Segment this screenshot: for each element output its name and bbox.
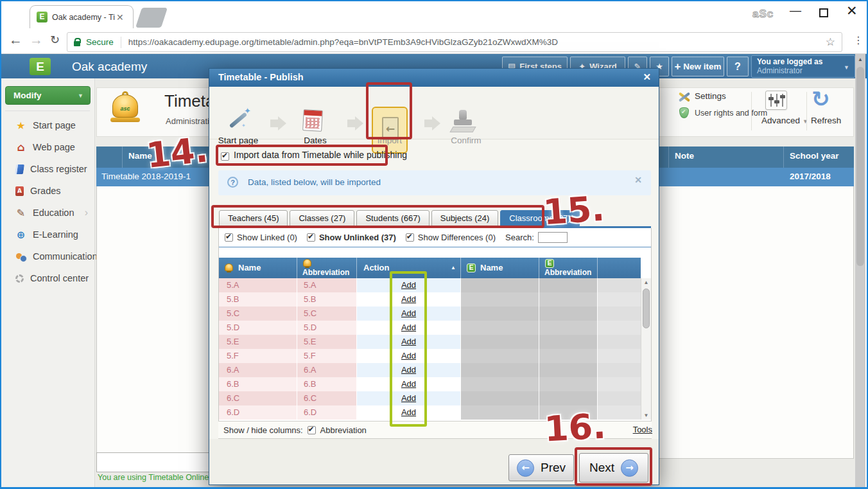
- forward-icon[interactable]: →: [30, 32, 43, 48]
- url-bar[interactable]: Secure https://oakacademy.edupage.org/ti…: [67, 32, 842, 52]
- column-note-header[interactable]: Note: [675, 151, 694, 161]
- minimize-button[interactable]: —: [786, 4, 805, 17]
- cell-edupage-name: [461, 321, 539, 335]
- chevron-right-icon: ›: [85, 251, 88, 262]
- sidebar-item-control-center[interactable]: Control center: [0, 267, 94, 289]
- tools-link[interactable]: Tools: [633, 425, 652, 434]
- sidebar-item-e-learning[interactable]: E-Learning: [0, 224, 94, 245]
- cell-abbreviation: 6.B: [297, 377, 357, 391]
- logged-role: Administrator: [757, 66, 849, 75]
- refresh-button[interactable]: Refresh: [811, 116, 841, 125]
- education-icon: [15, 208, 26, 218]
- grid-row-6-c: 6.C6.CAdd: [219, 391, 641, 405]
- cell-edupage-name: [461, 292, 539, 307]
- browser-menu-icon[interactable]: ⋮: [853, 34, 864, 46]
- step-arrow-icon: [347, 116, 364, 130]
- filter-show-differences-0[interactable]: Show Differences (0): [406, 233, 496, 242]
- grid-header-abbreviation[interactable]: Abbreviation: [297, 258, 357, 278]
- grid-header-name[interactable]: Name: [219, 258, 297, 278]
- cell-name: 5.F: [219, 349, 297, 363]
- dialog-close-icon[interactable]: ✕: [643, 71, 651, 83]
- url-text[interactable]: https://oakacademy.edupage.org/timetable…: [128, 37, 820, 47]
- info-text: Data, listed below, will be imported: [248, 177, 381, 187]
- step-dates[interactable]: Dates: [286, 136, 344, 145]
- cell-filler: [598, 377, 641, 391]
- maximize-button[interactable]: [819, 8, 828, 17]
- cell-edupage-abbreviation: [539, 292, 598, 307]
- sidebar-item-communication[interactable]: Communication›: [0, 245, 94, 267]
- back-icon[interactable]: ←: [9, 32, 22, 48]
- column-year-header[interactable]: School year: [790, 151, 839, 161]
- checkbox-icon[interactable]: [225, 233, 233, 242]
- sidebar-item-education[interactable]: Education›: [0, 202, 94, 224]
- checkbox-icon[interactable]: [406, 233, 414, 242]
- grid-rows: 5.A5.AAdd5.B5.BAdd5.C5.CAdd5.D5.DAdd5.E5…: [219, 278, 641, 420]
- grid-scrollbar[interactable]: ▲ ▼: [641, 278, 651, 420]
- window-close-button[interactable]: ✕: [846, 3, 858, 19]
- sidebar-item-class-register[interactable]: Class register: [0, 158, 94, 180]
- cell-abbreviation: 5.C: [297, 307, 357, 321]
- controlcenter-icon: [15, 274, 24, 283]
- modify-dropdown[interactable]: Modify▼: [5, 86, 91, 105]
- cell-edupage-name: [461, 349, 539, 363]
- annotation-15: 15.: [542, 188, 606, 233]
- edupage-icon: E: [545, 259, 554, 268]
- annotation-box-import-step: [366, 82, 412, 139]
- scroll-up-icon[interactable]: ▲: [641, 280, 651, 285]
- search-input[interactable]: [538, 232, 568, 243]
- bookmark-star-icon[interactable]: ☆: [826, 35, 835, 49]
- webpage-icon: [15, 142, 26, 153]
- columns-label: Show / hide columns:: [223, 425, 303, 435]
- help-button[interactable]: ?: [727, 57, 749, 76]
- reload-icon[interactable]: ↻: [50, 33, 60, 46]
- cell-edupage-name: [461, 391, 539, 405]
- abbreviation-checkbox[interactable]: [308, 426, 316, 434]
- cell-edupage-abbreviation: [539, 321, 598, 335]
- grid-row-5-f: 5.F5.FAdd: [219, 349, 641, 363]
- settings-button[interactable]: Settings: [695, 91, 726, 101]
- user-rights-button[interactable]: User rights and form: [695, 109, 767, 118]
- browser-tab[interactable]: E Oak academy - Timetable ✕: [30, 5, 134, 28]
- timetable-row-year: 2017/2018: [790, 172, 831, 181]
- secure-badge[interactable]: Secure: [86, 37, 114, 47]
- cell-filler: [598, 349, 641, 363]
- scroll-up-icon[interactable]: ▲: [855, 57, 865, 62]
- annotation-16: 16.: [543, 406, 607, 450]
- sidebar-item-start-page[interactable]: Start page: [0, 114, 94, 136]
- page-scrollbar[interactable]: ▲: [855, 54, 865, 487]
- cell-edupage-abbreviation: [539, 391, 598, 405]
- advanced-button[interactable]: Advanced: [761, 116, 800, 125]
- filter-row: Show Linked (0)Show Unlinked (37)Show Di…: [219, 228, 651, 247]
- cell-abbreviation: 6.C: [297, 391, 357, 405]
- prev-button[interactable]: ← Prev: [508, 454, 574, 481]
- school-name: Oak academy: [72, 60, 147, 74]
- scroll-down-icon[interactable]: ▼: [641, 413, 651, 418]
- grid-header-edupage-abbreviation[interactable]: EAbbreviation: [539, 258, 598, 278]
- annotation-14: 14.: [144, 129, 210, 176]
- sidebar-item-grades[interactable]: Grades: [0, 180, 94, 202]
- cell-edupage-name: [461, 335, 539, 349]
- cell-name: 6.D: [219, 405, 297, 420]
- grid-header-filler: [598, 258, 641, 278]
- grid-header-edupage-name[interactable]: EName: [461, 258, 539, 278]
- cell-name: 5.E: [219, 335, 297, 349]
- cell-name: 5.D: [219, 321, 297, 335]
- filter-show-unlinked-37[interactable]: Show Unlinked (37): [307, 233, 396, 242]
- scrollbar-thumb[interactable]: [643, 289, 650, 328]
- sidebar-item-label: Web page: [33, 142, 75, 152]
- tab-close-icon[interactable]: ✕: [116, 12, 124, 22]
- new-item-button[interactable]: +New item: [672, 57, 724, 76]
- sidebar-item-web-page[interactable]: Web page: [0, 136, 94, 158]
- filter-show-linked-0[interactable]: Show Linked (0): [225, 233, 297, 242]
- tab-ghost: [135, 8, 168, 28]
- checkbox-icon[interactable]: [307, 233, 315, 242]
- annotation-box-tabs: [211, 205, 544, 228]
- annotation-box-add-column: [390, 271, 427, 427]
- refresh-icon[interactable]: ↻: [812, 86, 830, 112]
- sidebar-item-label: Control center: [30, 273, 89, 283]
- scrollbar-thumb[interactable]: [856, 67, 864, 266]
- step-start-page[interactable]: Start page: [209, 136, 267, 145]
- logged-as-menu[interactable]: You are logged as Administrator ▼: [751, 55, 855, 78]
- info-close-icon[interactable]: ✕: [634, 175, 642, 185]
- sidebar-items: Start pageWeb pageClass registerGradesEd…: [0, 114, 94, 289]
